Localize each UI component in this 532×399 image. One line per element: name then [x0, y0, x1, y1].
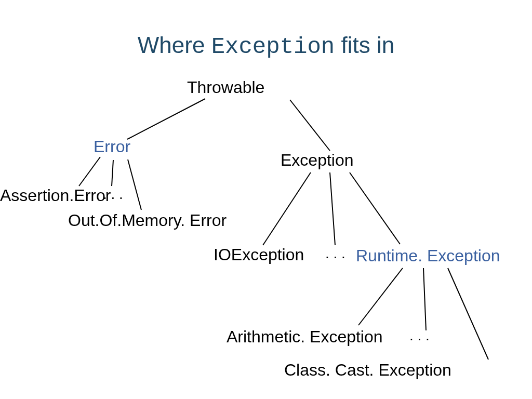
node-arithmetic-exception: Arithmetic. Exception [227, 327, 383, 347]
svg-line-6 [330, 172, 335, 245]
node-exception-ellipsis: . . . [325, 245, 345, 262]
svg-line-5 [263, 172, 311, 245]
node-classcast-exception: Class. Cast. Exception [284, 361, 451, 380]
svg-line-9 [423, 268, 426, 330]
node-runtime-exception: Runtime. Exception [356, 246, 500, 265]
node-runtime-ellipsis: . . . [409, 327, 430, 344]
svg-line-1 [290, 100, 330, 151]
svg-line-4 [128, 159, 141, 210]
svg-line-10 [448, 268, 488, 360]
node-throwable: Throwable [187, 78, 264, 97]
node-outofmemory-error: Out.Of.Memory. Error [68, 211, 227, 230]
svg-line-8 [358, 268, 403, 325]
svg-line-7 [350, 172, 400, 244]
node-assertion-error: Assertion.Error [0, 186, 111, 205]
node-error-ellipsis: . . . [103, 186, 123, 203]
svg-line-2 [79, 157, 100, 186]
node-error: Error [94, 137, 130, 156]
svg-line-0 [127, 99, 205, 139]
svg-line-3 [112, 160, 113, 186]
node-ioexception: IOException [214, 245, 304, 264]
node-exception: Exception [281, 151, 354, 170]
